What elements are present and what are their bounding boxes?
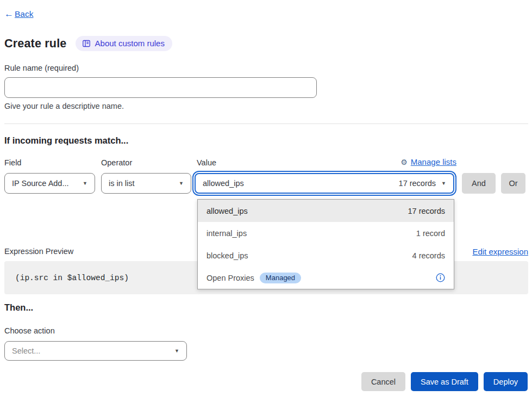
match-section-heading: If incoming requests match... xyxy=(4,135,128,146)
option-name: Open Proxies xyxy=(206,274,254,282)
cancel-button[interactable]: Cancel xyxy=(361,372,405,391)
chevron-down-icon: ▼ xyxy=(441,181,446,186)
title-row: Create rule About custom rules xyxy=(4,36,172,51)
rule-name-helper: Give your rule a descriptive name. xyxy=(4,102,124,110)
page-title: Create rule xyxy=(4,37,67,51)
expression-code: (ip.src in $allowed_ips) xyxy=(15,274,129,282)
back-link-label[interactable]: Back xyxy=(15,9,33,19)
value-label: Value xyxy=(197,158,216,167)
footer-actions: Cancel Save as Draft Deploy xyxy=(361,372,528,391)
option-name: internal_ips xyxy=(206,229,247,238)
option-count: 4 records xyxy=(412,251,445,260)
action-select-placeholder: Select... xyxy=(12,347,40,355)
back-link[interactable]: ← Back xyxy=(4,9,33,20)
field-label: Field xyxy=(4,158,21,167)
chevron-down-icon: ▼ xyxy=(174,348,179,354)
option-name: blocked_ips xyxy=(206,251,248,260)
rule-name-label: Rule name (required) xyxy=(4,64,79,72)
chevron-down-icon: ▼ xyxy=(83,181,87,186)
dropdown-option-internal-ips[interactable]: internal_ips 1 record xyxy=(198,222,454,244)
gear-icon: ⚙ xyxy=(400,158,408,166)
choose-action-label: Choose action xyxy=(4,326,55,335)
operator-select-value: is in list xyxy=(109,179,135,188)
option-name: allowed_ips xyxy=(206,207,248,215)
or-button[interactable]: Or xyxy=(501,173,525,194)
about-custom-rules-link[interactable]: About custom rules xyxy=(76,36,172,51)
and-button[interactable]: And xyxy=(462,173,496,194)
back-arrow-icon: ← xyxy=(4,9,14,20)
value-dropdown-menu: allowed_ips 17 records internal_ips 1 re… xyxy=(197,199,454,289)
info-icon[interactable] xyxy=(436,273,445,282)
manage-lists-link[interactable]: ⚙ Manage lists xyxy=(400,157,456,166)
option-count: 17 records xyxy=(408,207,445,215)
save-as-draft-button[interactable]: Save as Draft xyxy=(411,372,478,391)
manage-lists-label[interactable]: Manage lists xyxy=(411,157,456,166)
expression-preview-label: Expression Preview xyxy=(4,247,73,256)
operator-select[interactable]: is in list ▼ xyxy=(101,173,191,194)
chevron-down-icon: ▼ xyxy=(179,181,184,186)
option-count: 1 record xyxy=(416,229,445,238)
dropdown-option-blocked-ips[interactable]: blocked_ips 4 records xyxy=(198,244,454,267)
rule-name-input[interactable] xyxy=(4,77,317,98)
deploy-button[interactable]: Deploy xyxy=(484,372,528,391)
section-divider xyxy=(4,123,528,124)
value-select[interactable]: allowed_ips 17 records ▼ xyxy=(195,173,454,194)
field-select[interactable]: IP Source Add... ▼ xyxy=(4,173,95,194)
book-icon xyxy=(82,39,91,48)
managed-badge: Managed xyxy=(260,273,301,283)
operator-label: Operator xyxy=(101,158,132,167)
value-select-value: allowed_ips xyxy=(203,179,244,188)
then-section-heading: Then... xyxy=(4,302,33,313)
value-select-count: 17 records xyxy=(399,179,436,188)
dropdown-option-open-proxies[interactable]: Open Proxies Managed xyxy=(198,267,454,289)
edit-expression-link[interactable]: Edit expression xyxy=(472,247,528,256)
field-select-value: IP Source Add... xyxy=(12,179,69,188)
about-custom-rules-label: About custom rules xyxy=(95,39,165,48)
action-select[interactable]: Select... ▼ xyxy=(4,341,187,361)
dropdown-option-allowed-ips[interactable]: allowed_ips 17 records xyxy=(198,200,454,222)
